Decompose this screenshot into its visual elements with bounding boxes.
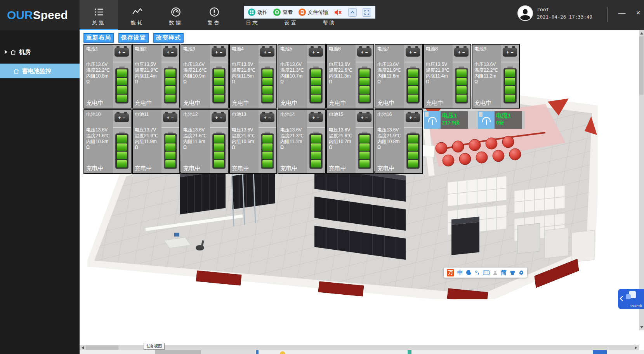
battery-level-graphic [261, 66, 274, 104]
battery-resistance: 内阻10.8m [377, 139, 406, 145]
battery-level-graphic [358, 131, 371, 169]
battery-plus-minus-icon: +− [357, 113, 371, 122]
battery-name: 电池14 [280, 111, 295, 118]
change-style-button[interactable]: 改变样式 [153, 33, 184, 43]
battery-right-column: +− [501, 45, 519, 108]
battery-card[interactable]: +− 电池12 电压13.6V 温度21.6℃ 内阻11.6m Ω 充电中 [181, 109, 229, 174]
scroll-left-arrow-icon[interactable] [82, 346, 84, 349]
battery-card[interactable]: +− 电池5 电压13.6V 温度21.3℃ 内阻10.7m Ω 充电中 [278, 44, 326, 109]
ime-toolbar: 万 中 简 [444, 268, 527, 278]
battery-temperature: 温度21.6℃ [232, 67, 260, 73]
battery-right-column: +− [113, 110, 131, 173]
avatar[interactable] [517, 5, 533, 21]
horizontal-scroll-thumb[interactable] [86, 345, 118, 350]
os-taskbar-sliver[interactable] [80, 350, 644, 354]
tab-data[interactable]: 数据 [156, 0, 195, 30]
save-settings-button[interactable]: 保存设置 [118, 33, 149, 43]
battery-name: 电池1 [86, 46, 98, 52]
battery-name: 电池10 [86, 111, 101, 118]
battery-resistance: 内阻11.6m [377, 73, 406, 79]
battery-card[interactable]: +− 电池6 电压13.6V 温度21.6℃ 内阻11.3m Ω 充电中 [326, 44, 374, 109]
remote-file-transfer[interactable]: 文件传输 [299, 9, 328, 16]
layout-toolbar: 重新布局 保存设置 改变样式 [83, 33, 184, 43]
taskbar-window[interactable] [155, 350, 201, 354]
battery-resistance-unit: Ω [86, 79, 115, 85]
keyboard-icon[interactable] [483, 270, 490, 275]
battery-resistance-unit: Ω [232, 79, 260, 85]
gauge-icon [170, 5, 181, 19]
battery-card[interactable]: +− 电池3 电压13.6V 温度21.6℃ 内阻10.9m Ω 充电中 [181, 44, 229, 109]
scroll-down-arrow-icon[interactable] [640, 326, 643, 328]
skin-shirt-icon[interactable] [510, 270, 516, 275]
sidebar-item-battery-monitor[interactable]: 蓄电池监控 [0, 64, 80, 78]
remote-view-menu[interactable]: 查看 [273, 9, 293, 16]
tab-warning[interactable]: 警告 [195, 0, 233, 30]
battery-temperature: 温度21.9℃ [135, 67, 163, 73]
battery-level-graphic [212, 131, 226, 169]
battery-name: 电池12 [183, 111, 198, 118]
battery-card[interactable]: +− 电池15 电压13.6V 温度21.6℃ 内阻10.7m Ω 充电中 [326, 109, 374, 174]
muted-speaker-icon[interactable] [334, 9, 342, 16]
battery-name: 电池5 [280, 46, 292, 52]
punctuation-icon[interactable] [475, 270, 480, 275]
battery-status: 充电中 [280, 99, 298, 107]
scroll-right-arrow-icon[interactable] [635, 346, 637, 349]
battery-plus-minus-icon: +− [260, 113, 274, 122]
ime-logo-icon[interactable]: 万 [447, 269, 454, 276]
battery-voltage: 电压13.6V [183, 127, 212, 133]
battery-card[interactable]: +− 电池4 电压13.6V 温度21.6℃ 内阻11.5m Ω 充电中 [229, 44, 277, 109]
moon-icon[interactable] [466, 270, 472, 275]
battery-resistance: 内阻11.9m [135, 139, 163, 145]
taskbar-item[interactable] [256, 350, 259, 354]
battery-card[interactable]: +− 电池8 电压13.5V 温度21.9℃ 内阻11.4m Ω 充电中 [423, 44, 471, 109]
tab-overview[interactable]: 总览 [80, 0, 118, 30]
taskbar-item[interactable] [593, 350, 607, 354]
battery-card[interactable]: +− 电池1 电压13.6V 温度22.2℃ 内阻10.8m Ω 充电中 [83, 44, 132, 109]
remote-control-toolbar: 动作 查看 文件传输 [244, 6, 375, 19]
battery-resistance-unit: Ω [86, 145, 115, 150]
fullscreen-button[interactable] [363, 8, 371, 17]
battery-resistance: 内阻10.9m [183, 73, 212, 79]
collapse-toolbar-button[interactable] [348, 8, 357, 17]
remote-action-menu[interactable]: 动作 [248, 9, 267, 16]
ime-charset-toggle[interactable]: 简 [501, 269, 507, 276]
battery-status: 充电中 [426, 99, 443, 107]
battery-resistance-unit: Ω [135, 145, 163, 150]
list-icon [94, 5, 104, 19]
battery-card[interactable]: +− 电池7 电压13.6V 温度21.9℃ 内阻11.6m Ω 充电中 [375, 44, 423, 109]
voltage-meter[interactable]: 电压1 217.9伏 [424, 111, 468, 129]
minimize-button[interactable]: — [616, 9, 628, 17]
relayout-button[interactable]: 重新布局 [83, 33, 114, 43]
battery-status: 充电中 [232, 165, 249, 172]
todesk-badge[interactable]: ToDesk [618, 289, 644, 309]
battery-status: 充电中 [86, 165, 104, 172]
close-button[interactable]: × [632, 9, 644, 17]
battery-level-graphic [309, 131, 323, 169]
taskbar-window[interactable] [201, 350, 255, 354]
battery-status: 充电中 [329, 165, 346, 172]
tab-energy[interactable]: 能耗 [118, 0, 156, 30]
battery-card[interactable]: +− 电池9 电压13.6V 温度22.2℃ 内阻11.2m Ω 充电中 [472, 44, 520, 109]
app-logo: OURSpeed [0, 0, 80, 30]
taskbar-folder-icon[interactable] [280, 351, 285, 354]
ime-language-toggle[interactable]: 中 [457, 269, 463, 276]
current-meter[interactable]: 电流1 0安 [478, 111, 522, 129]
battery-card[interactable]: +− 电池13 电压13.6V 温度21.6℃ 内阻10.6m Ω 充电中 [229, 109, 277, 174]
expand-arrow-icon[interactable] [5, 50, 7, 54]
user-icon[interactable] [493, 270, 498, 275]
chevron-left-icon[interactable] [620, 295, 623, 303]
battery-card[interactable]: +− 电池10 电压13.6V 温度21.6℃ 内阻10.8m Ω 充电中 [83, 109, 132, 174]
vertical-scrollbar[interactable] [639, 30, 644, 330]
battery-card[interactable]: +− 电池14 电压13.6V 温度21.3℃ 内阻11.1m Ω 充电中 [278, 109, 326, 174]
vertical-scroll-thumb[interactable] [639, 36, 644, 95]
battery-card[interactable]: +− 电池2 电压13.5V 温度21.9℃ 内阻11.4m Ω 充电中 [132, 44, 180, 109]
battery-card[interactable]: +− 电池16 电压13.6V 温度21.9℃ 内阻10.8m Ω 充电中 [375, 109, 423, 174]
sidebar-item-machine-room[interactable]: 机房 [0, 45, 80, 59]
meter-name: 电流1 [496, 112, 520, 119]
taskbar-item[interactable] [408, 350, 411, 354]
battery-plus-minus-icon: +− [212, 48, 226, 57]
gear-icon[interactable] [519, 270, 524, 275]
battery-resistance: 内阻10.8m [86, 73, 115, 79]
scroll-up-arrow-icon[interactable] [640, 32, 643, 35]
battery-card[interactable]: +− 电池11 电压13.7V 温度21.9℃ 内阻11.9m Ω 充电中 [132, 109, 180, 174]
